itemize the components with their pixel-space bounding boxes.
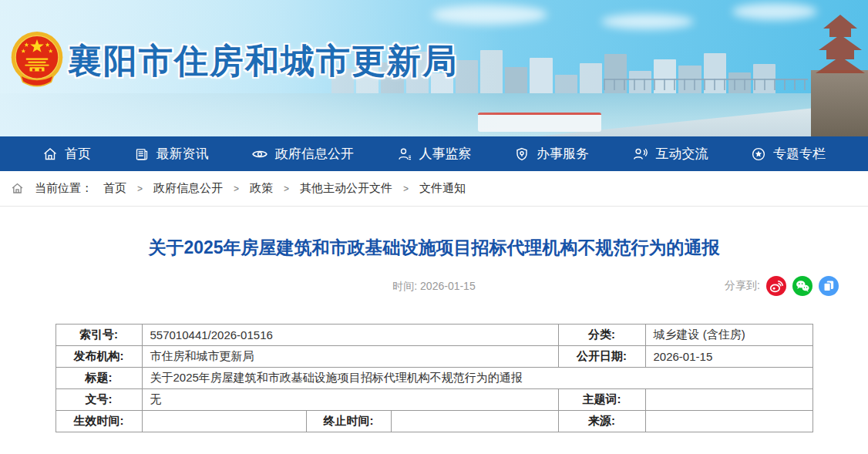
issuing-agency-value: 市住房和城市更新局	[142, 346, 558, 368]
table-row: 发布机构: 市住房和城市更新局 公开日期: 2026-01-15	[56, 346, 812, 368]
nav-label: 最新资讯	[156, 145, 209, 163]
index-number-label: 索引号:	[56, 325, 142, 346]
shield-icon	[514, 146, 530, 162]
table-row: 生效时间: 终止时间: 来源:	[56, 411, 812, 432]
index-number-value: 557010441/2026-01516	[142, 325, 558, 346]
breadcrumb-separator: >	[403, 183, 409, 194]
keywords-value	[645, 389, 812, 411]
nav-label: 人事监察	[419, 145, 472, 163]
people-chat-icon	[632, 146, 649, 162]
time-label: 时间:	[392, 280, 417, 292]
source-value	[645, 411, 812, 432]
copy-link-share-button[interactable]	[819, 276, 839, 296]
weibo-share-button[interactable]	[766, 276, 786, 296]
national-emblem-icon	[11, 31, 63, 91]
nav-item-services[interactable]: 办事服务	[514, 145, 589, 163]
issuing-agency-label: 发布机构:	[56, 346, 142, 368]
city-wall	[811, 70, 868, 136]
person-icon	[397, 146, 412, 162]
publish-date-value: 2026-01-15	[645, 346, 812, 368]
nav-item-interaction[interactable]: 互动交流	[632, 145, 708, 163]
article-meta-row: 时间: 2026-01-15 分享到:	[0, 274, 868, 298]
weibo-icon	[768, 277, 785, 294]
doc-number-label: 文号:	[56, 389, 142, 411]
breadcrumb-prefix: 当前位置：	[35, 181, 93, 196]
category-value: 城乡建设 (含住房)	[645, 325, 812, 346]
breadcrumb-item-policy[interactable]: 政策	[250, 181, 273, 196]
document-meta-table: 索引号: 557010441/2026-01516 分类: 城乡建设 (含住房)…	[56, 324, 813, 432]
nav-item-special-topics[interactable]: 专题专栏	[751, 145, 826, 163]
keywords-label: 主题词:	[558, 389, 645, 411]
site-title[interactable]: 襄阳市住房和城市更新局	[68, 39, 458, 84]
nav-item-home[interactable]: 首页	[42, 145, 91, 163]
nav-label: 首页	[65, 145, 91, 163]
nav-label: 专题专栏	[773, 145, 826, 163]
article-title: 关于2025年房屋建筑和市政基础设施项目招标代理机构不规范行为的通报	[31, 236, 837, 259]
main-nav: 首页 最新资讯 政府信息公开 人事监察 办事服务	[0, 136, 868, 171]
doc-title-value: 关于2025年房屋建筑和市政基础设施项目招标代理机构不规范行为的通报	[142, 368, 812, 389]
expiry-date-label: 终止时间:	[306, 411, 391, 432]
breadcrumb-separator: >	[234, 183, 239, 194]
share-label: 分享到:	[725, 279, 760, 293]
breadcrumb-item-home[interactable]: 首页	[103, 181, 126, 196]
eye-icon	[251, 146, 268, 162]
table-row: 文号: 无 主题词:	[56, 389, 812, 411]
wechat-icon	[794, 277, 811, 294]
nav-item-personnel[interactable]: 人事监察	[397, 145, 472, 163]
nav-label: 互动交流	[656, 145, 708, 163]
time-value: 2026-01-15	[420, 280, 476, 292]
home-icon	[11, 182, 24, 195]
breadcrumb-separator: >	[284, 183, 289, 194]
breadcrumb: 当前位置： 首页 > 政府信息公开 > 政策 > 其他主动公开文件 > 文件通知	[0, 171, 868, 207]
nav-item-news[interactable]: 最新资讯	[134, 145, 209, 163]
pagoda-silhouette	[812, 12, 866, 76]
doc-number-value: 无	[142, 389, 558, 411]
category-label: 分类:	[558, 325, 645, 346]
expiry-date-value	[391, 411, 558, 432]
publish-date-label: 公开日期:	[558, 346, 645, 368]
table-row: 标题: 关于2025年房屋建筑和市政基础设施项目招标代理机构不规范行为的通报	[56, 368, 812, 389]
nav-label: 政府信息公开	[275, 145, 354, 163]
cloud-shape	[601, 14, 694, 29]
cloud-shape	[732, 3, 817, 20]
nav-label: 办事服务	[537, 145, 589, 163]
effective-date-value	[142, 411, 306, 432]
site-banner: 襄阳市住房和城市更新局	[0, 0, 868, 136]
doc-title-label: 标题:	[56, 368, 142, 389]
effective-date-label: 生效时间:	[56, 411, 142, 432]
river-bridge	[604, 79, 808, 90]
nav-item-gov-info[interactable]: 政府信息公开	[251, 145, 354, 163]
home-icon	[42, 146, 58, 162]
star-circle-icon	[751, 146, 766, 162]
source-label: 来源:	[558, 411, 645, 432]
breadcrumb-separator: >	[137, 183, 143, 194]
share-bar: 分享到:	[725, 276, 839, 296]
breadcrumb-item-gov-info[interactable]: 政府信息公开	[153, 181, 223, 196]
breadcrumb-item-document-notice[interactable]: 文件通知	[419, 181, 466, 196]
breadcrumb-item-other-public-docs[interactable]: 其他主动公开文件	[300, 181, 392, 196]
wechat-share-button[interactable]	[792, 276, 812, 296]
copy-link-icon	[820, 277, 837, 294]
table-row: 索引号: 557010441/2026-01516 分类: 城乡建设 (含住房)	[56, 325, 812, 346]
news-icon	[134, 146, 150, 162]
